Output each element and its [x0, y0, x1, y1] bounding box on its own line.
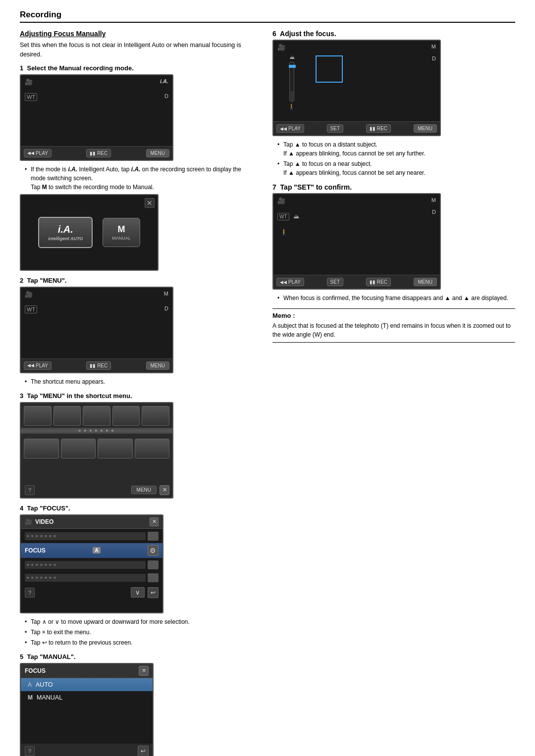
memo-box: Memo : A subject that is focused at the …	[272, 308, 515, 343]
mf-bottom-bar: ? ↩	[21, 744, 153, 756]
focus-frame	[316, 55, 343, 83]
page-header: Recording	[20, 10, 515, 23]
step-6: 6 Adjust the focus. M D 🎥 ⛰	[272, 30, 515, 177]
page-title: Recording	[20, 10, 515, 20]
d-indicator-7: D	[432, 209, 436, 215]
cam-icon-7: 🎥	[277, 197, 285, 204]
shortcut-btn-6[interactable]	[24, 439, 59, 458]
mf-back-btn[interactable]: ↩	[138, 746, 149, 756]
step-4-bullet-3: Tap ↩ to return to the previous screen.	[25, 638, 258, 647]
focus-v-btn[interactable]: ∨	[131, 587, 145, 598]
m-indicator-7: M	[431, 197, 436, 203]
shortcut-row-2	[21, 436, 172, 458]
step-6-bullet-1: Tap ▲ to focus on a distant subject.If ▲…	[277, 140, 515, 158]
set-button-7[interactable]: SET	[327, 278, 343, 286]
cam-bottom-bar-2: ◀◀ PLAY ▮▮ REC MENU	[21, 358, 172, 372]
shortcut-screen: ■ ■ ■ ■ ■ ■ ■ ? MENU ✕	[20, 402, 173, 499]
mf-help-btn[interactable]: ?	[25, 746, 35, 756]
focus-title-bar: 🎥 VIDEO ✕	[21, 515, 162, 529]
shortcut-menu-btn[interactable]: MENU	[131, 486, 157, 494]
play-button-1[interactable]: ◀◀ PLAY	[24, 149, 52, 157]
rec-button-6[interactable]: ▮▮ REC	[366, 124, 391, 133]
shortcut-x-btn[interactable]: ✕	[160, 485, 169, 495]
step-2-bullets: The shortcut menu appears.	[25, 377, 258, 386]
step-7: 7 Tap "SET" to confirm. M D 🎥 WT ⛰ 🚶 ◀◀ …	[272, 183, 515, 343]
d-indicator-2: D	[164, 305, 168, 311]
shortcut-help-btn[interactable]: ?	[25, 485, 35, 495]
menu-button-1[interactable]: MENU	[146, 149, 169, 157]
intro-text: Set this when the focus is not clear in …	[20, 41, 258, 59]
m-indicator-6: M	[431, 44, 436, 50]
step-3: 3 Tap "MENU" in the shortcut menu. ■ ■ ■…	[20, 392, 258, 499]
mountain-far-icon: ⛰	[289, 54, 295, 60]
play-button-7[interactable]: ◀◀ PLAY	[276, 278, 304, 286]
step-4-bullet-2: Tap × to exit the menu.	[25, 628, 258, 637]
play-button-2[interactable]: ◀◀ PLAY	[24, 361, 52, 370]
mf-x-btn[interactable]: ✕	[139, 666, 149, 676]
rec-button-1[interactable]: ▮▮ REC	[86, 149, 111, 157]
step-6-bullet-2: Tap ▲ to focus on a near subject.If ▲ ap…	[277, 159, 515, 177]
person-indicator-7: 🚶	[280, 229, 288, 236]
camera-icon-2: 🎥	[25, 291, 33, 298]
step-4-bullets: Tap ∧ or ∨ to move upward or downward fo…	[25, 617, 258, 647]
focus-help-btn[interactable]: ?	[25, 588, 35, 598]
shortcut-btn-3[interactable]	[83, 406, 110, 426]
step-2-label: 2 Tap "MENU".	[20, 277, 258, 284]
step-6-bullets: Tap ▲ to focus on a distant subject.If ▲…	[277, 140, 515, 177]
manual-mode-button[interactable]: M MANUAL	[103, 218, 140, 247]
focus-x-btn[interactable]: ✕	[150, 517, 159, 526]
video-icon: 🎥	[25, 518, 32, 525]
focus-adjust-screen: M D 🎥 ⛰ 🚶	[272, 40, 441, 136]
shortcut-btn-2[interactable]	[54, 406, 81, 426]
mf-option-auto[interactable]: A AUTO	[21, 678, 153, 691]
rec-button-2[interactable]: ▮▮ REC	[86, 361, 111, 370]
cam-bottom-bar-6: ◀◀ PLAY SET ▮▮ REC MENU	[273, 121, 440, 135]
section-title: Adjusting Focus Manually	[20, 30, 258, 38]
ia-mode-button[interactable]: i.A. intelligent AUTO	[38, 217, 93, 248]
step-3-label: 3 Tap "MENU" in the shortcut menu.	[20, 392, 258, 400]
shortcut-btn-1[interactable]	[24, 406, 52, 426]
step-2: 2 Tap "MENU". 🎥 M D WT ◀◀ PLAY ▮▮	[20, 277, 258, 386]
shortcut-divider: ■ ■ ■ ■ ■ ■ ■	[21, 428, 172, 434]
shortcut-btn-5[interactable]	[142, 406, 169, 426]
focus-back-btn[interactable]: ↩	[148, 587, 159, 598]
set-button-6[interactable]: SET	[327, 124, 343, 133]
shortcut-btn-8[interactable]	[98, 439, 133, 458]
step-1-bullet-1: If the mode is i.A. Intelligent Auto, ta…	[25, 165, 258, 192]
mf-title-text: FOCUS	[25, 667, 46, 674]
shortcut-btn-9[interactable]	[135, 439, 170, 458]
focus-title-text: 🎥 VIDEO	[25, 518, 54, 525]
focus-track	[289, 62, 294, 101]
rec-button-7[interactable]: ▮▮ REC	[366, 278, 391, 286]
shortcut-row-1	[21, 403, 172, 426]
focus-gear-btn[interactable]: ⚙	[148, 545, 159, 556]
shortcut-bottom-bar: ? MENU ✕	[21, 483, 172, 498]
d-indicator-6: D	[432, 55, 436, 61]
focus-row-dots-1: ■ ■ ■ ■ ■ ■ ■	[21, 530, 162, 542]
menu-button-2[interactable]: MENU	[146, 361, 169, 370]
focus-confirmed-screen: M D 🎥 WT ⛰ 🚶 ◀◀ PLAY SET	[272, 193, 441, 290]
step-1-bullets: If the mode is i.A. Intelligent Auto, ta…	[25, 165, 258, 192]
shortcut-btn-4[interactable]	[112, 406, 140, 426]
step-1: 1 Select the Manual recording mode. 🎥 i.…	[20, 64, 258, 271]
play-button-6[interactable]: ◀◀ PLAY	[276, 124, 304, 133]
auto-icon: A	[28, 681, 32, 688]
cam-bottom-bar-7: ◀◀ PLAY SET ▮▮ REC MENU	[273, 275, 440, 289]
focus-row-focus[interactable]: FOCUS A ⚙	[21, 543, 162, 558]
rec-icon-1: ▮▮	[90, 151, 96, 156]
mf-option-manual[interactable]: M MANUAL	[21, 691, 153, 704]
mode-close-btn[interactable]: ✕	[145, 198, 155, 208]
focus-row-dots-2: ■ ■ ■ ■ ■ ■ ■	[21, 559, 162, 571]
step-5: 5 Tap "MANUAL". FOCUS ✕ A AUTO M MANUAL	[20, 653, 258, 756]
step-4: 4 Tap "FOCUS". 🎥 VIDEO ✕ ■ ■ ■ ■ ■ ■ ■	[20, 504, 258, 647]
person-near-icon: 🚶	[288, 103, 295, 110]
ia-indicator-1: i.A.	[160, 78, 168, 84]
cam-bottom-bar-1: ◀◀ PLAY ▮▮ REC MENU	[21, 146, 172, 160]
menu-button-7[interactable]: MENU	[414, 278, 437, 286]
camera-screen-2: 🎥 M D WT ◀◀ PLAY ▮▮ REC	[20, 287, 173, 373]
manual-sub-label: MANUAL	[112, 236, 131, 241]
step-7-bullet-1: When focus is confirmed, the focusing fr…	[277, 294, 515, 302]
menu-button-6[interactable]: MENU	[414, 124, 437, 133]
memo-text: A subject that is focused at the telepho…	[272, 321, 515, 339]
shortcut-btn-7[interactable]	[61, 439, 96, 458]
